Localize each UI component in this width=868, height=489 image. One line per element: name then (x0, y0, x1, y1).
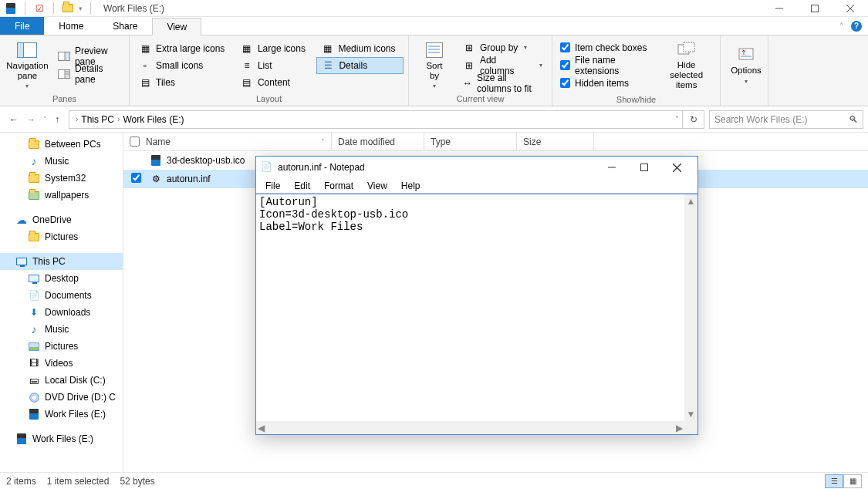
nav-local-disk[interactable]: 🖴Local Disk (C:) (0, 372, 123, 389)
sort-icon (424, 41, 445, 59)
breadcrumb-thispc[interactable]: This PC (81, 114, 114, 125)
svg-rect-1 (812, 5, 819, 12)
recent-dropdown-icon[interactable]: ˅ (43, 116, 47, 123)
nav-onedrive[interactable]: ☁OneDrive (0, 211, 123, 228)
ribbon-collapse-icon[interactable]: ˄ (839, 22, 843, 30)
navigation-pane[interactable]: Between PCs ♪Music System32 wallpapers ☁… (0, 133, 123, 472)
file-extensions-checkbox[interactable] (560, 60, 570, 70)
notepad-close-button[interactable] (660, 157, 693, 178)
notepad-text-area[interactable]: [Autorun] Icon=3d-desktop-usb.ico Label=… (256, 194, 697, 234)
search-input[interactable]: Search Work Files (E:) 🔍︎ (709, 110, 863, 129)
select-all-checkbox[interactable] (130, 137, 140, 147)
group-by-icon: ⊞ (463, 42, 475, 54)
file-checkbox[interactable] (131, 173, 141, 183)
notepad-maximize-button[interactable] (628, 157, 660, 178)
column-name[interactable]: Name ˄ (123, 133, 332, 150)
column-date[interactable]: Date modified (332, 133, 424, 150)
notepad-scrollbar-horizontal[interactable]: ◀▶ (256, 421, 684, 434)
forward-button[interactable]: → (26, 114, 35, 125)
nav-pictures2[interactable]: Pictures (0, 338, 123, 355)
qat-check-icon[interactable]: ☑ (33, 2, 46, 15)
thumbnails-view-button[interactable]: ▦ (843, 474, 862, 488)
help-icon[interactable]: ? (851, 21, 862, 32)
add-columns-icon: ⊞ (463, 59, 475, 72)
qat-folder-icon[interactable] (62, 2, 74, 15)
notepad-minimize-button[interactable] (596, 157, 628, 178)
nav-between-pcs[interactable]: Between PCs (0, 136, 123, 153)
notepad-menu-view[interactable]: View (361, 180, 393, 191)
hidden-items-toggle[interactable]: Hidden items (557, 75, 654, 92)
content-button[interactable]: ▤Content (236, 74, 314, 91)
tiles-icon: ▤ (139, 76, 151, 89)
nav-desktop[interactable]: Desktop (0, 270, 123, 287)
hidden-items-checkbox[interactable] (560, 78, 570, 88)
address-bar[interactable]: › This PC › Work Files (E:) ˅ (69, 110, 683, 129)
notepad-titlebar[interactable]: 📄 autorun.inf - Notepad (256, 157, 697, 178)
column-type[interactable]: Type (424, 133, 517, 150)
refresh-button[interactable]: ↻ (683, 110, 704, 129)
medium-icons-button[interactable]: ▦Medium icons (316, 40, 404, 57)
back-button[interactable]: ← (9, 114, 19, 125)
details-view-button[interactable]: ☰ (825, 474, 843, 488)
nav-onedrive-pictures[interactable]: Pictures (0, 228, 123, 245)
xl-icons-icon: ▦ (139, 42, 151, 55)
hide-selected-button[interactable]: Hide selected items (657, 37, 715, 94)
videos-icon: 🎞 (28, 357, 40, 369)
nav-dvd-drive[interactable]: DVD Drive (D:) C (0, 389, 123, 406)
downloads-icon: ⬇ (28, 306, 40, 319)
preview-pane-button[interactable]: Preview pane (53, 48, 124, 65)
close-button[interactable] (833, 0, 868, 17)
nav-music[interactable]: ♪Music (0, 153, 123, 170)
notepad-menu-format[interactable]: Format (318, 180, 360, 191)
nav-work-files[interactable]: Work Files (E:) (0, 406, 123, 423)
extra-large-icons-button[interactable]: ▦Extra large icons (134, 40, 233, 57)
breadcrumb-sep-icon[interactable]: › (76, 115, 78, 123)
up-button[interactable]: ↑ (55, 114, 59, 125)
options-button[interactable]: Options ▾ (725, 37, 767, 93)
tiles-button[interactable]: ▤Tiles (134, 74, 233, 91)
notepad-scrollbar-vertical[interactable]: ▲▼ (684, 194, 697, 421)
tab-file[interactable]: File (0, 17, 44, 35)
group-by-button[interactable]: ⊞Group by▾ (458, 39, 547, 56)
minimize-button[interactable] (762, 0, 797, 17)
maximize-button[interactable] (797, 0, 833, 17)
large-icons-button[interactable]: ▦Large icons (236, 40, 314, 57)
notepad-resize-grip[interactable] (684, 421, 697, 434)
tab-share[interactable]: Share (98, 17, 152, 35)
breadcrumb-drive[interactable]: Work Files (E:) (123, 114, 184, 125)
tab-view[interactable]: View (152, 18, 201, 35)
sort-by-button[interactable]: Sort by ▾ (414, 37, 455, 93)
nav-videos[interactable]: 🎞Videos (0, 355, 123, 372)
item-check-boxes-toggle[interactable]: Item check boxes (557, 39, 654, 56)
column-size[interactable]: Size (517, 133, 594, 150)
details-pane-button[interactable]: Details pane (53, 66, 124, 83)
nav-downloads[interactable]: ⬇Downloads (0, 304, 123, 321)
nav-wallpapers[interactable]: wallpapers (0, 187, 123, 204)
add-columns-button[interactable]: ⊞Add columns▾ (458, 57, 547, 74)
nav-system32[interactable]: System32 (0, 170, 123, 187)
notepad-window[interactable]: 📄 autorun.inf - Notepad File Edit Format… (255, 156, 698, 435)
file-extensions-toggle[interactable]: File name extensions (557, 57, 654, 74)
nav-this-pc[interactable]: This PC (0, 253, 123, 270)
navigation-pane-button[interactable]: Navigation pane ▾ (5, 37, 50, 93)
size-columns-button[interactable]: ↔Size all columns to fit (458, 75, 547, 92)
notepad-menu-file[interactable]: File (259, 180, 286, 191)
qat-dropdown-icon[interactable]: ▾ (79, 5, 83, 12)
nav-work-files-root[interactable]: Work Files (E:) (0, 430, 123, 447)
small-icons-button[interactable]: ▫Small icons (134, 57, 233, 74)
address-dropdown-icon[interactable]: ˅ (675, 115, 679, 123)
item-check-boxes-checkbox[interactable] (560, 42, 570, 52)
svg-rect-7 (65, 52, 70, 61)
sm-icons-icon: ▫ (139, 59, 151, 72)
notepad-menu-help[interactable]: Help (395, 180, 427, 191)
status-bytes: 52 bytes (120, 476, 154, 487)
list-button[interactable]: ≡List (236, 57, 314, 74)
details-button[interactable]: ☰Details (316, 57, 404, 74)
nav-documents[interactable]: 📄Documents (0, 287, 123, 304)
tab-home[interactable]: Home (44, 17, 98, 35)
breadcrumb-sep-icon[interactable]: › (117, 115, 120, 123)
nav-music2[interactable]: ♪Music (0, 321, 123, 338)
maximize-icon (811, 5, 819, 12)
documents-icon: 📄 (28, 289, 40, 302)
notepad-menu-edit[interactable]: Edit (288, 180, 316, 191)
